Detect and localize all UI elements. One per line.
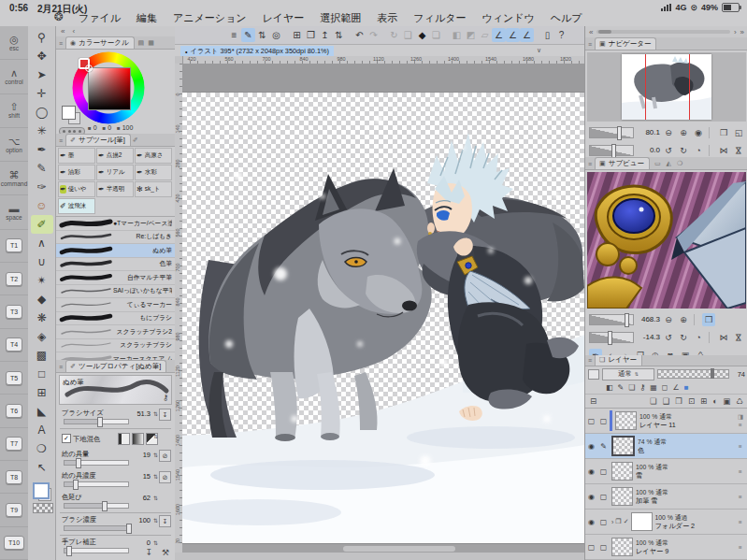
layer-lock-alpha-icon[interactable]: ▦	[650, 383, 657, 392]
tool-hand[interactable]: ✥	[31, 47, 53, 65]
tool-figure[interactable]: ◣	[31, 402, 53, 421]
layer-create-mask-icon[interactable]: ◐	[712, 396, 717, 406]
subtool-extra-tab-icon[interactable]: ✐	[133, 136, 138, 144]
palette-color-chip[interactable]	[588, 369, 599, 380]
subtool-group-油彩[interactable]: ✒油彩	[58, 165, 95, 180]
menu-ウィンドウ[interactable]: ウィンドウ	[481, 11, 534, 25]
tool-pen[interactable]: ✎	[31, 159, 53, 178]
tab-navigator[interactable]: ▣ ナビゲーター	[595, 37, 656, 50]
tool-eraser[interactable]: ◆	[31, 290, 53, 309]
brush-item-SAIっぽいかもな平筆[interactable]: SAIっぽいかもな平筆	[56, 285, 175, 299]
layer-drag-handle[interactable]: ≡	[739, 519, 742, 525]
menu-ヘルプ[interactable]: ヘルプ	[551, 11, 582, 25]
layer-transfer-down-icon[interactable]: ⊡	[688, 396, 695, 406]
sv-square[interactable]	[88, 67, 131, 110]
panel-handle-icon[interactable]: ≡	[59, 364, 63, 370]
layer-new-vector-layer-icon[interactable]: ❑	[663, 396, 670, 406]
nav-flip-h-button[interactable]: ⋈	[717, 144, 730, 157]
tool-mirror-brush[interactable]: ∧	[31, 234, 53, 252]
command-gesture-settings[interactable]: ◎	[269, 28, 283, 42]
menu-レイヤー[interactable]: レイヤー	[263, 11, 305, 25]
edge-key-shift[interactable]: ⇧shift	[0, 94, 28, 128]
menu-表示[interactable]: 表示	[377, 11, 397, 25]
subtool-group-水彩[interactable]: ✒水彩	[135, 165, 172, 180]
scroll-right-icon[interactable]: ›	[734, 28, 737, 36]
subview-flip-h-button[interactable]: ⋈	[717, 331, 730, 344]
nav-fit-area-button[interactable]: ◱	[732, 126, 745, 139]
tool-selection[interactable]: ◯	[31, 103, 53, 122]
subtool-group-点描2[interactable]: ✒点描2	[96, 148, 134, 164]
tool-liquify[interactable]: ∪	[31, 252, 53, 271]
subtool-group-波飛沫[interactable]: ✐波飛沫	[58, 198, 95, 214]
layer-paper-icon[interactable]: ❏	[628, 383, 635, 392]
subtool-group-墨[interactable]: ✒墨	[58, 148, 95, 164]
nav-flip-v-button[interactable]: ⋈	[732, 144, 745, 157]
tool-move-layer[interactable]: ✛	[31, 84, 53, 103]
stepper-icon[interactable]: ⇅	[153, 410, 158, 417]
layer-row-フォルダー 2[interactable]: ◉▢›❐✓100 % 通過フォルダー 2≡	[585, 510, 747, 535]
nav-fit-screen-button[interactable]: ❒	[717, 126, 730, 139]
subview-zoom-out-button[interactable]: ⊖	[662, 313, 675, 326]
command-new-canvas[interactable]: ⊞	[290, 28, 304, 42]
panel-handle-icon[interactable]: ≡	[59, 137, 63, 144]
nav-zoom-out-button[interactable]: ⊖	[662, 126, 675, 139]
subtool-group-sk_ト[interactable]: ✻sk_ト	[135, 181, 172, 197]
menu-選択範囲[interactable]: 選択範囲	[320, 11, 361, 25]
layer-row-加筆 雪[interactable]: ◉▢100 % 通常加筆 雪≡	[585, 484, 747, 510]
collapse-palettes-icon-2[interactable]: ‹	[72, 27, 75, 36]
subview-rotate-cw-button[interactable]: ↻	[677, 331, 690, 344]
edge-key-t3[interactable]: T3	[0, 295, 28, 328]
subview-switch-image-button[interactable]: ❒	[702, 313, 715, 326]
nav-rotate-reset-button[interactable]: ◔	[692, 144, 705, 157]
folder-expand-icon[interactable]: ›	[611, 519, 613, 525]
layer-thumbnail[interactable]	[611, 487, 633, 506]
command-refresh[interactable]: ↻	[387, 28, 401, 42]
paint-amount-slider[interactable]	[64, 460, 129, 466]
menu-フィルター[interactable]: フィルター	[413, 11, 466, 25]
color-stretch-slider[interactable]	[64, 503, 129, 509]
layer-visible-icon[interactable]: ◉	[585, 518, 597, 526]
tab-layers[interactable]: ❏ レイヤー	[595, 355, 642, 366]
brush-size-thumb[interactable]	[97, 417, 103, 427]
command-snap-ruler[interactable]: ∠	[492, 28, 506, 42]
subview-rotate-ccw-button[interactable]: ↺	[662, 331, 675, 344]
brush-size-slider[interactable]	[64, 419, 129, 424]
edge-key-t7[interactable]: T7	[0, 428, 28, 461]
subtool-group-高原さ[interactable]: ✒高原さ	[135, 148, 172, 164]
command-snap-special-ruler[interactable]: ∠	[506, 28, 520, 42]
layer-thumbnail[interactable]	[611, 436, 635, 456]
layer-checkbox[interactable]: ▢	[597, 467, 610, 476]
command-frame-tool[interactable]: ❏	[429, 28, 443, 42]
tool-frame-border[interactable]: ⊞	[31, 383, 53, 402]
command-tool-switch[interactable]: ⇅	[255, 28, 269, 42]
edge-key-t1[interactable]: T1	[0, 230, 28, 263]
nav-rotate-ccw-button[interactable]: ↺	[662, 144, 675, 157]
brush-item-スクラッチブラシ2[interactable]: スクラッチブラシ2	[56, 325, 175, 339]
stepper-icon[interactable]: ⇅	[153, 452, 158, 458]
subview-flip-v-button[interactable]: ⋈	[732, 331, 745, 344]
nav-zoom-reset-button[interactable]: ◉	[692, 126, 705, 139]
command-help[interactable]: ?	[554, 28, 568, 42]
tool-blend[interactable]: ❋	[31, 309, 53, 327]
layer-apply-mask-icon[interactable]: ▣	[723, 396, 730, 406]
command-fill-enclosed[interactable]: ◆	[415, 28, 429, 42]
brush-item-スクラッチブラシ[interactable]: スクラッチブラシ	[56, 339, 175, 353]
edge-key-command[interactable]: ⌘command	[0, 162, 28, 195]
right-scroll-track[interactable]	[596, 30, 729, 34]
layer-visible-icon[interactable]: ◉	[585, 442, 597, 451]
brush-item-色筆[interactable]: 色筆	[56, 258, 175, 272]
nav-zoom-in-button[interactable]: ⊕	[677, 126, 690, 139]
register-settings-icon[interactable]: ↧	[145, 548, 152, 557]
layer-hidden-box[interactable]: ▢	[585, 417, 597, 425]
panel-handle-icon[interactable]: ≡	[588, 41, 592, 48]
layer-row-雪[interactable]: ◉▢100 % 通常雪≡	[585, 459, 747, 484]
base-color-mix-mode-0[interactable]	[118, 433, 130, 445]
stepper-icon[interactable]: ⇅	[153, 517, 158, 524]
command-snap-guide[interactable]: ∠	[520, 28, 534, 42]
command-select-layer[interactable]: ◧	[450, 28, 464, 42]
panel-handle-icon[interactable]: ≡	[588, 161, 592, 167]
brush-item-●Tマーカー/ベース塗[interactable]: ●Tマーカー/ベース塗	[56, 217, 175, 231]
brush-item-てぃるマーカー[interactable]: てぃるマーカー	[56, 298, 175, 312]
subview-rotate-slider[interactable]	[589, 332, 634, 343]
tab-subtool-brush[interactable]: ✐ サブツール[筆]	[65, 134, 131, 146]
